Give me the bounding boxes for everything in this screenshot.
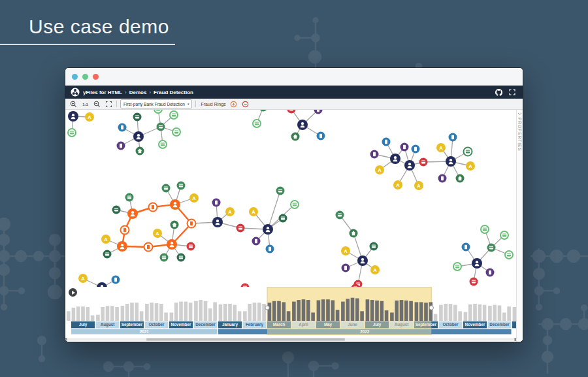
chevron-down-icon: ▾ [188, 102, 189, 106]
page-title: Use case demo [29, 16, 169, 38]
breadcrumb-separator-icon: › [125, 90, 127, 95]
svg-text:A: A [155, 231, 159, 237]
svg-text:A: A [104, 237, 108, 242]
sample-select-value: First-party Bank Fraud Detection [123, 102, 185, 107]
play-icon [72, 291, 75, 295]
timeline-play-button[interactable] [69, 288, 77, 297]
zoom-in-button[interactable] [69, 100, 78, 108]
next-fraud-ring-button[interactable] [241, 100, 250, 108]
toolbar-divider [195, 101, 196, 107]
svg-text:A: A [228, 209, 232, 215]
graph-canvas[interactable]: AAAAAAAAAAAAAA PROPERTIES JulyAugustSept… [65, 110, 523, 342]
svg-text:A: A [192, 195, 196, 201]
zoom-out-button[interactable] [93, 100, 101, 108]
window-button-3[interactable] [93, 74, 99, 80]
fullscreen-icon [509, 89, 515, 95]
yfiles-logo-icon [71, 88, 80, 97]
window-titlebar [65, 68, 523, 86]
svg-text:December: December [489, 322, 510, 327]
window-button-2[interactable] [82, 74, 88, 80]
svg-text:A: A [344, 248, 348, 254]
svg-text:January: January [222, 322, 238, 327]
previous-fraud-ring-button[interactable] [229, 100, 238, 108]
svg-text:A: A [417, 183, 421, 189]
sample-select[interactable]: First-party Bank Fraud Detection ▾ [120, 99, 192, 108]
breadcrumb-separator-icon: › [149, 90, 151, 95]
properties-panel-tab[interactable]: PROPERTIES [516, 110, 523, 342]
svg-text:September: September [122, 322, 143, 327]
demo-window: yFiles for HTML › Demos › Fraud Detectio… [65, 68, 523, 342]
svg-text:A: A [81, 276, 85, 282]
slide-background: { "hero": { "title": "Use case demo" }, … [0, 0, 588, 377]
svg-text:October: October [148, 322, 165, 327]
svg-text:A: A [252, 209, 255, 215]
window-button-1[interactable] [72, 74, 78, 80]
svg-text:A: A [396, 182, 400, 188]
breadcrumb-page[interactable]: Fraud Detection [154, 90, 193, 95]
timeline-panel: JulyAugustSeptemberOctoberNovemberDecemb… [65, 287, 516, 342]
zoom-original-button[interactable]: 1:1 [81, 100, 90, 108]
chevron-down-icon [517, 112, 522, 116]
svg-text:A: A [439, 145, 443, 151]
timeline-chart[interactable]: JulyAugustSeptemberOctoberNovemberDecemb… [65, 287, 516, 342]
svg-text:A: A [373, 267, 377, 273]
fraud-graph[interactable]: AAAAAAAAAAAAAA [65, 110, 516, 288]
title-underline [0, 44, 175, 45]
svg-text:A: A [468, 163, 472, 169]
svg-text:August: August [101, 322, 116, 327]
svg-text:December: December [195, 322, 216, 327]
svg-text:February: February [246, 322, 263, 327]
fit-content-button[interactable] [105, 100, 113, 108]
svg-text:November: November [465, 322, 485, 327]
svg-text:1:1: 1:1 [82, 103, 88, 107]
toolbar: 1:1 First-party Bank Fraud Detection ▾ F… [65, 99, 523, 110]
svg-text:July: July [79, 322, 88, 327]
svg-text:October: October [442, 322, 459, 327]
breadcrumb: yFiles for HTML › Demos › Fraud Detectio… [83, 90, 193, 95]
fraud-rings-label: Fraud Rings [201, 102, 225, 107]
github-icon [495, 89, 502, 96]
github-button[interactable] [493, 87, 504, 97]
toolbar-divider [116, 101, 117, 107]
breadcrumb-app[interactable]: yFiles for HTML [83, 90, 122, 95]
svg-text:A: A [88, 114, 91, 120]
svg-text:November: November [171, 322, 191, 327]
fullscreen-button[interactable] [507, 87, 517, 97]
breadcrumb-demos[interactable]: Demos [129, 90, 147, 95]
svg-text:2021: 2021 [140, 329, 150, 334]
app-header: yFiles for HTML › Demos › Fraud Detectio… [65, 86, 523, 99]
properties-tab-label: PROPERTIES [517, 118, 522, 152]
svg-text:A: A [378, 167, 382, 173]
